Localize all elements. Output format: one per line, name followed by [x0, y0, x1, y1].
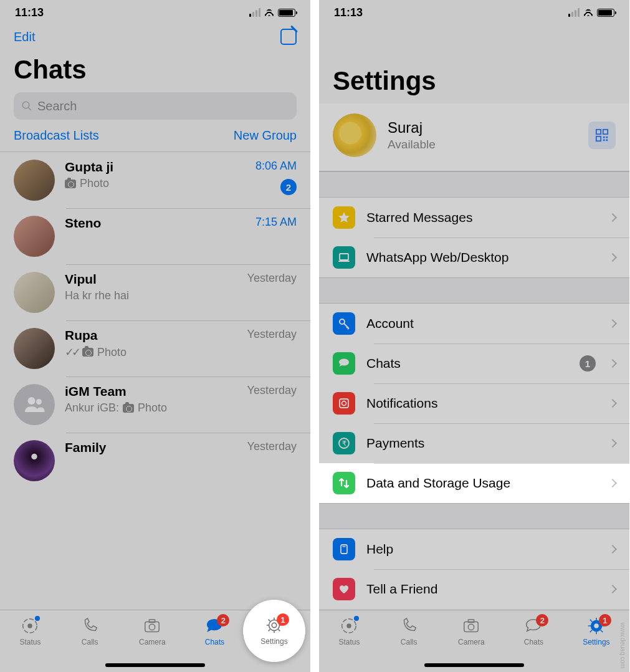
read-ticks-icon: ✓✓ — [65, 345, 79, 359]
status-time: 11:13 — [15, 6, 44, 19]
settings-row-data[interactable]: Data and Storage Usage — [319, 463, 629, 503]
chevron-right-icon — [608, 439, 617, 448]
settings-row-heart[interactable]: Tell a Friend — [319, 569, 629, 609]
svg-rect-32 — [469, 620, 474, 623]
avatar — [333, 113, 376, 157]
compose-icon[interactable] — [280, 29, 297, 45]
chat-time: 8:06 AM — [255, 160, 297, 173]
avatar — [14, 328, 55, 369]
help-icon — [333, 538, 355, 560]
qr-icon — [595, 128, 609, 142]
svg-rect-27 — [343, 546, 346, 547]
watermark: www.deuaq.com — [619, 623, 626, 668]
tab-settings-label-hl: Settings — [260, 637, 287, 646]
tab-chats[interactable]: 2 Chats — [204, 617, 224, 646]
settings-row-label: Account — [366, 316, 598, 331]
new-group-link[interactable]: New Group — [234, 128, 297, 143]
settings-row-label: Help — [366, 542, 598, 557]
tab-chats[interactable]: 2 Chats — [523, 617, 543, 646]
edit-button[interactable]: Edit — [14, 30, 35, 44]
settings-row-label: WhatsApp Web/Desktop — [366, 250, 598, 265]
tab-calls[interactable]: Calls — [80, 617, 100, 646]
chat-name: Vipul — [65, 272, 237, 287]
svg-point-11 — [272, 623, 277, 628]
svg-rect-22 — [340, 399, 348, 408]
avatar — [14, 440, 55, 481]
tab-camera[interactable]: Camera — [458, 617, 485, 646]
home-indicator — [424, 663, 524, 667]
svg-rect-18 — [606, 139, 608, 141]
camera-icon — [82, 348, 93, 357]
svg-point-31 — [469, 624, 474, 630]
camera-icon — [65, 180, 76, 188]
settings-row-pay[interactable]: ₹Payments — [319, 423, 629, 463]
chevron-right-icon — [608, 253, 617, 262]
settings-row-notif[interactable]: Notifications — [319, 383, 629, 423]
home-indicator — [105, 663, 205, 667]
tab-settings-badge: 1 — [599, 614, 611, 626]
chat-row[interactable]: iGM TeamAnkur iGB: PhotoYesterday — [0, 377, 310, 433]
tab-settings-highlighted[interactable]: 1 Settings — [260, 616, 287, 646]
chat-row[interactable]: Rupa✓✓PhotoYesterday — [0, 320, 310, 377]
settings-group-3: HelpTell a Friend — [319, 529, 629, 609]
notif-icon — [333, 392, 355, 415]
tab-chats-badge: 2 — [536, 614, 548, 626]
settings-row-key[interactable]: Account — [319, 304, 629, 343]
tab-bar: Status Calls Camera 2 Chats 1 Settings — [319, 610, 629, 672]
tab-camera[interactable]: Camera — [139, 617, 166, 646]
chat-row[interactable]: Gupta jiPhoto8:06 AM2 — [0, 152, 310, 208]
tab-status[interactable]: Status — [338, 617, 360, 646]
star-icon — [333, 206, 355, 229]
svg-point-7 — [150, 624, 155, 630]
profile-row[interactable]: Suraj Available — [319, 103, 629, 171]
tab-calls-label: Calls — [82, 638, 98, 646]
svg-rect-16 — [606, 137, 608, 138]
settings-row-chats[interactable]: Chats1 — [319, 343, 629, 383]
status-time: 11:13 — [334, 6, 363, 19]
chat-name: Steno — [65, 216, 246, 231]
chat-row[interactable]: Steno7:15 AM — [0, 208, 310, 264]
tab-settings[interactable]: 1 Settings — [583, 617, 609, 646]
heart-icon — [333, 578, 355, 600]
tab-calls[interactable]: Calls — [399, 617, 419, 646]
svg-point-5 — [28, 623, 33, 628]
settings-row-label: Tell a Friend — [366, 582, 598, 597]
battery-icon — [597, 9, 614, 17]
tab-camera-label: Camera — [139, 638, 166, 646]
settings-row-help[interactable]: Help — [319, 529, 629, 569]
settings-row-star[interactable]: Starred Messages — [319, 198, 629, 238]
tab-camera-label: Camera — [458, 638, 485, 646]
tab-settings-label: Settings — [583, 638, 609, 646]
svg-rect-12 — [596, 130, 601, 134]
tab-status[interactable]: Status — [19, 617, 41, 646]
svg-point-29 — [347, 623, 352, 628]
search-input[interactable]: Search — [14, 92, 297, 120]
search-placeholder: Search — [37, 99, 77, 113]
avatar — [14, 384, 55, 425]
data-icon — [333, 472, 355, 494]
tab-calls-label: Calls — [401, 638, 418, 646]
unread-badge: 2 — [280, 179, 297, 195]
svg-line-1 — [28, 107, 31, 110]
profile-status: Available — [388, 138, 577, 151]
svg-point-23 — [342, 401, 346, 406]
svg-point-2 — [28, 397, 36, 405]
chat-name: Rupa — [65, 328, 237, 343]
svg-point-0 — [22, 102, 29, 108]
chat-row[interactable]: FamilyYesterday — [0, 433, 310, 489]
svg-point-21 — [340, 319, 345, 324]
svg-point-34 — [594, 623, 599, 628]
chevron-right-icon — [608, 319, 617, 328]
chat-row[interactable]: VipulHa kr rhe haiYesterday — [0, 264, 310, 320]
chevron-right-icon — [608, 399, 617, 408]
page-title: Chats — [0, 49, 310, 92]
broadcast-lists-link[interactable]: Broadcast Lists — [14, 128, 99, 143]
pay-icon: ₹ — [333, 432, 355, 454]
chat-list: Gupta jiPhoto8:06 AM2Steno7:15 AMVipulHa… — [0, 151, 310, 489]
svg-rect-13 — [603, 130, 608, 134]
settings-row-label: Chats — [366, 356, 568, 371]
qr-code-button[interactable] — [588, 122, 616, 149]
chevron-right-icon — [608, 213, 617, 222]
settings-row-laptop[interactable]: WhatsApp Web/Desktop — [319, 238, 629, 277]
chat-preview: Photo — [65, 177, 246, 190]
